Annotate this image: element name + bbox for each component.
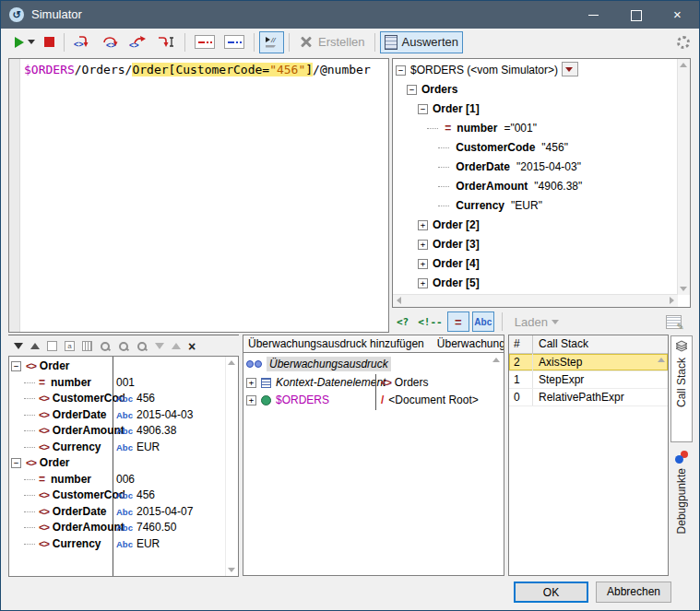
tree-row[interactable]: −Orders xyxy=(396,80,677,100)
tree-row[interactable]: +Order [2] xyxy=(396,216,677,235)
call-stack-row[interactable]: 2 AxisStep xyxy=(509,354,668,371)
tree-row[interactable]: +Order [4] xyxy=(396,254,677,274)
copy-text-icon[interactable]: a xyxy=(65,341,75,351)
expand-icon[interactable]: + xyxy=(418,240,428,250)
minimize-button[interactable] xyxy=(573,1,614,29)
expression-editor[interactable]: $ORDERS/Orders/Order[CustomerCode="456"]… xyxy=(8,58,389,333)
result-row[interactable]: <>CustomerCode Abc456 xyxy=(11,488,225,504)
scroll-up-icon[interactable] xyxy=(492,358,500,362)
prev-result-icon[interactable] xyxy=(172,343,181,349)
move-down-icon[interactable] xyxy=(14,343,23,349)
column-number-header[interactable]: # xyxy=(509,335,533,353)
find-next-icon[interactable] xyxy=(118,341,129,352)
tree-row[interactable]: −Order [1] xyxy=(396,100,677,119)
evaluate-on-typing-toggle[interactable]: // xyxy=(259,31,284,53)
source-dropdown-button[interactable] xyxy=(562,62,578,76)
move-up-icon[interactable] xyxy=(30,343,40,349)
scroll-up-icon[interactable] xyxy=(658,358,665,362)
vertical-scrollbar[interactable] xyxy=(677,59,690,295)
tree-row[interactable]: +Order [3] xyxy=(396,235,677,254)
column-name-header[interactable]: Call Stack xyxy=(533,335,588,353)
insert-breakpoint-button[interactable] xyxy=(190,31,219,53)
edit-document-icon[interactable] xyxy=(666,315,682,329)
tab-debugpunkte[interactable]: Debugpunkte xyxy=(670,446,693,570)
collapse-icon[interactable]: − xyxy=(396,65,406,76)
run-button[interactable] xyxy=(10,31,40,53)
equals-icon: = xyxy=(455,315,462,329)
result-row[interactable]: =number 006 xyxy=(11,472,225,488)
tab-call-stack[interactable]: Call Stack xyxy=(670,335,693,442)
result-row[interactable]: =number 001 xyxy=(11,375,225,392)
collapse-icon[interactable]: − xyxy=(407,85,417,95)
vertical-scrollbar[interactable] xyxy=(225,357,238,576)
find-prev-icon[interactable] xyxy=(136,341,148,352)
auswerten-button[interactable]: Auswerten xyxy=(380,31,463,53)
stop-button[interactable] xyxy=(40,31,59,53)
expand-icon[interactable]: + xyxy=(246,395,256,405)
maximize-button[interactable] xyxy=(615,1,657,29)
cancel-button[interactable]: Abbrechen xyxy=(596,582,671,603)
tree-row[interactable]: +Order [5] xyxy=(396,274,677,293)
settings-gear-icon[interactable] xyxy=(677,36,690,49)
result-row[interactable]: <>Currency AbcEUR xyxy=(11,440,225,456)
expand-icon[interactable]: + xyxy=(418,220,428,230)
scroll-down-icon[interactable] xyxy=(228,568,235,572)
laden-dropdown[interactable]: Laden xyxy=(515,315,559,329)
expand-icon[interactable]: + xyxy=(418,259,428,269)
ok-button[interactable]: OK xyxy=(514,582,588,603)
element-icon: <> xyxy=(39,425,49,436)
clear-results-icon[interactable]: × xyxy=(188,340,196,353)
result-row[interactable]: <>OrderAmount Abc7460.50 xyxy=(11,520,225,536)
result-row[interactable]: <>Currency AbcEUR xyxy=(11,536,225,553)
step-over-button[interactable]: <> xyxy=(97,31,125,53)
close-button[interactable]: × xyxy=(657,1,698,29)
find-icon[interactable] xyxy=(100,341,111,352)
scroll-up-icon[interactable] xyxy=(680,63,687,67)
root-label: $ORDERS (<vom Simulator>) xyxy=(410,64,558,76)
next-result-icon[interactable] xyxy=(155,343,164,349)
expand-icon[interactable]: + xyxy=(246,378,256,388)
step-out-button[interactable]: <> xyxy=(125,31,152,53)
result-row[interactable]: <>OrderDate Abc2015-04-03 xyxy=(11,407,225,424)
watch-row[interactable]: +Kontext-Datenelement <>Orders xyxy=(246,374,489,393)
scroll-right-icon[interactable] xyxy=(670,297,674,304)
result-row[interactable]: <>OrderAmount Abc4906.38 xyxy=(11,423,225,440)
processing-instruction-toggle-icon[interactable]: <? xyxy=(397,316,409,328)
call-stack-row[interactable]: 1 StepExpr xyxy=(509,371,668,389)
erstellen-button[interactable]: Erstellen xyxy=(294,31,370,53)
run-to-cursor-button[interactable] xyxy=(152,31,180,53)
collapse-icon[interactable]: − xyxy=(11,361,21,371)
remove-watch-button[interactable]: Überwachungsausdruck xyxy=(437,337,504,350)
expand-icon[interactable]: + xyxy=(418,278,428,288)
result-row[interactable]: <>CustomerCode Abc456 xyxy=(11,391,225,407)
attributes-toggle[interactable]: = xyxy=(447,311,469,332)
scroll-up-icon[interactable] xyxy=(228,360,235,365)
scroll-left-icon[interactable] xyxy=(397,297,401,304)
columns-icon[interactable] xyxy=(82,341,92,351)
call-stack-row[interactable]: 0 RelativePathExpr xyxy=(509,389,668,406)
text-toggle[interactable]: Abc xyxy=(472,311,494,332)
xpath-expression: $ORDERS/Orders/Order[CustomerCode="456"]… xyxy=(24,63,371,76)
add-watch-button[interactable]: Überwachungsausdruck hinzufügen xyxy=(248,337,424,350)
tree-row-root[interactable]: −$ORDERS (<vom Simulator>) xyxy=(396,61,677,80)
tree-row[interactable]: CustomerCode"456" xyxy=(396,138,677,158)
result-row[interactable]: −<>Order xyxy=(11,455,225,472)
tree-row[interactable]: =number="001" xyxy=(396,119,677,138)
insert-tracepoint-button[interactable] xyxy=(219,31,249,53)
collapse-icon[interactable]: − xyxy=(418,104,428,114)
watch-row[interactable]: +$ORDERS /<Document Root> xyxy=(246,392,489,410)
comment-toggle-icon[interactable]: <!-- xyxy=(418,316,443,328)
step-into-button[interactable]: <> xyxy=(69,31,97,53)
titlebar[interactable]: ↺ Simulator × xyxy=(1,1,699,29)
result-row[interactable]: <>OrderDate Abc2015-04-07 xyxy=(11,504,225,521)
abc-type-icon: Abc xyxy=(116,426,133,436)
watch-row[interactable]: Überwachungsausdruck xyxy=(246,356,489,374)
scroll-down-icon[interactable] xyxy=(680,287,687,291)
tree-row[interactable]: OrderDate"2015-04-03" xyxy=(396,158,677,177)
horizontal-scrollbar[interactable] xyxy=(393,294,678,307)
copy-icon[interactable] xyxy=(47,341,57,351)
tree-row[interactable]: OrderAmount"4906.38" xyxy=(396,177,677,196)
result-row[interactable]: −<>Order xyxy=(11,358,225,375)
tree-row[interactable]: Currency"EUR" xyxy=(396,196,677,216)
collapse-icon[interactable]: − xyxy=(11,458,21,468)
